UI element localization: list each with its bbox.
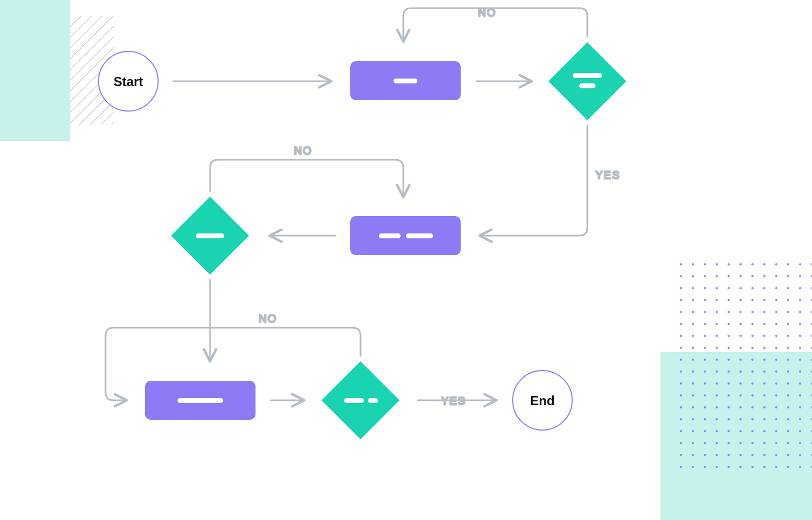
edge-decision3-no-label: NO [259, 313, 277, 324]
placeholder-bar-icon [344, 398, 364, 403]
placeholder-bar-icon [579, 83, 595, 88]
node-decision1 [548, 42, 626, 120]
placeholder-bar-icon [196, 233, 224, 238]
flowchart-canvas: NO YES NO NO YES Start [0, 0, 812, 520]
svg-rect-5 [350, 216, 461, 255]
placeholder-bar-icon [394, 79, 417, 83]
edge-decision2-no [210, 160, 403, 196]
mint-block-top-left [0, 0, 70, 141]
placeholder-bar-icon [573, 73, 602, 78]
placeholder-bar-icon [406, 233, 433, 238]
edge-decision2-no-label: NO [294, 145, 312, 157]
node-end: End [513, 370, 572, 430]
node-decision2 [171, 197, 249, 275]
dot-decoration-icon [677, 255, 812, 477]
edge-decision3-yes-label: YES [441, 395, 466, 407]
edge-decision1-no-label: NO [478, 6, 496, 18]
node-start: Start [99, 51, 158, 111]
placeholder-bar-icon [379, 233, 401, 238]
svg-marker-4 [548, 42, 626, 120]
edge-decision1-yes-label: YES [595, 169, 620, 181]
node-decision3 [322, 361, 400, 439]
node-start-label: Start [114, 74, 143, 89]
node-process2 [350, 216, 461, 255]
edge-decision1-yes [481, 126, 587, 236]
node-end-label: End [530, 393, 554, 408]
node-process3 [145, 381, 256, 420]
node-process1 [350, 61, 461, 100]
placeholder-bar-icon [368, 398, 378, 403]
placeholder-bar-icon [178, 398, 223, 403]
